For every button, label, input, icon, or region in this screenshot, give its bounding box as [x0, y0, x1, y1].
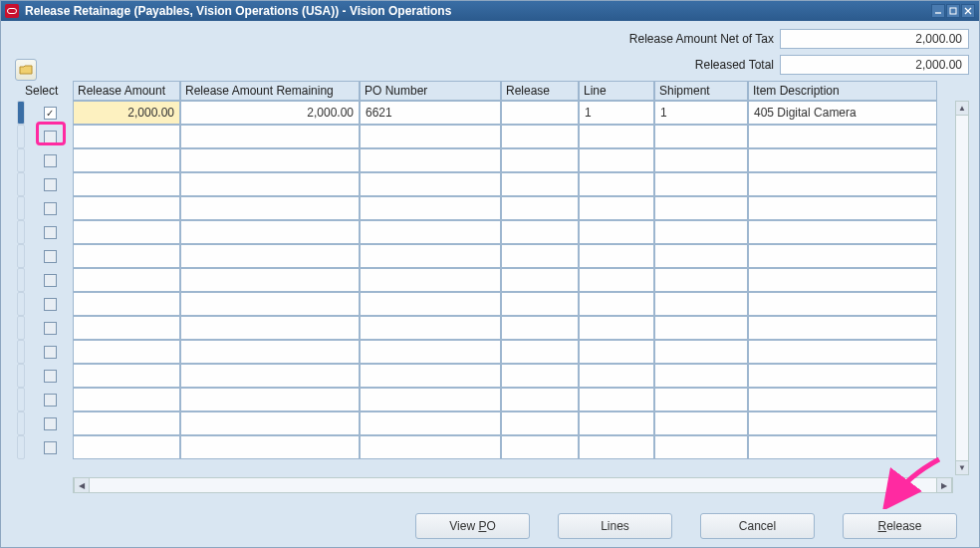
row-marker[interactable] — [17, 411, 25, 435]
select-checkbox[interactable] — [44, 370, 57, 383]
table-cell[interactable] — [579, 148, 654, 172]
table-cell[interactable] — [180, 364, 360, 388]
select-checkbox[interactable]: ✓ — [44, 107, 57, 120]
col-header-po-number[interactable]: PO Number — [360, 81, 501, 101]
table-cell[interactable] — [501, 148, 579, 172]
vertical-scrollbar[interactable]: ▲ ▼ — [955, 101, 969, 475]
table-cell[interactable] — [579, 364, 654, 388]
table-cell[interactable] — [654, 388, 748, 411]
row-marker[interactable] — [17, 268, 25, 292]
table-cell[interactable] — [180, 268, 360, 292]
table-cell[interactable] — [501, 435, 579, 459]
table-cell[interactable] — [180, 220, 360, 244]
table-cell[interactable] — [748, 220, 937, 244]
col-header-release[interactable]: Release — [501, 81, 579, 101]
table-cell[interactable] — [748, 388, 937, 411]
col-header-description[interactable]: Item Description — [748, 81, 937, 101]
table-cell[interactable] — [73, 125, 180, 148]
table-cell[interactable] — [654, 435, 748, 459]
table-cell[interactable] — [73, 292, 180, 316]
scroll-right-icon[interactable]: ▶ — [936, 478, 952, 492]
row-marker[interactable] — [17, 172, 25, 196]
table-cell[interactable] — [501, 292, 579, 316]
row-marker[interactable] — [17, 101, 25, 125]
table-cell[interactable] — [748, 172, 937, 196]
table-cell[interactable] — [360, 244, 501, 268]
table-cell[interactable] — [180, 316, 360, 340]
table-cell[interactable] — [579, 435, 654, 459]
table-cell[interactable] — [360, 196, 501, 220]
table-cell[interactable] — [654, 411, 748, 435]
table-cell[interactable]: 6621 — [360, 101, 501, 125]
table-cell[interactable] — [73, 268, 180, 292]
col-header-shipment[interactable]: Shipment — [654, 81, 748, 101]
scroll-left-icon[interactable]: ◀ — [74, 478, 90, 492]
close-button[interactable] — [961, 4, 975, 18]
select-checkbox[interactable] — [44, 202, 57, 215]
select-checkbox[interactable] — [44, 346, 57, 359]
table-cell[interactable] — [73, 388, 180, 411]
table-cell[interactable] — [748, 435, 937, 459]
horizontal-scrollbar[interactable]: ◀ ▶ — [73, 477, 953, 493]
table-cell[interactable]: 1 — [579, 101, 654, 125]
lines-button[interactable]: Lines — [558, 513, 672, 539]
table-cell[interactable] — [73, 172, 180, 196]
table-cell[interactable] — [501, 220, 579, 244]
table-cell[interactable] — [579, 411, 654, 435]
table-cell[interactable] — [73, 435, 180, 459]
table-cell[interactable] — [180, 196, 360, 220]
table-cell[interactable] — [748, 340, 937, 364]
row-marker[interactable] — [17, 196, 25, 220]
row-marker[interactable] — [17, 435, 25, 459]
table-cell[interactable] — [501, 244, 579, 268]
table-cell[interactable] — [501, 196, 579, 220]
select-checkbox[interactable] — [44, 441, 57, 454]
select-checkbox[interactable] — [44, 417, 57, 430]
table-cell[interactable] — [180, 435, 360, 459]
table-cell[interactable] — [654, 364, 748, 388]
col-header-release-amount[interactable]: Release Amount — [73, 81, 180, 101]
table-cell[interactable] — [579, 172, 654, 196]
table-cell[interactable] — [73, 148, 180, 172]
table-cell[interactable] — [180, 388, 360, 411]
table-cell[interactable] — [579, 196, 654, 220]
table-cell[interactable] — [360, 388, 501, 411]
table-cell[interactable] — [748, 268, 937, 292]
row-marker[interactable] — [17, 316, 25, 340]
table-cell[interactable] — [579, 388, 654, 411]
table-cell[interactable] — [579, 340, 654, 364]
table-cell[interactable] — [654, 268, 748, 292]
table-cell[interactable] — [579, 125, 654, 148]
table-cell[interactable] — [748, 411, 937, 435]
table-cell[interactable] — [748, 196, 937, 220]
row-marker[interactable] — [17, 125, 25, 148]
table-cell[interactable] — [579, 292, 654, 316]
table-cell[interactable] — [360, 148, 501, 172]
table-cell[interactable] — [654, 220, 748, 244]
table-cell[interactable] — [360, 268, 501, 292]
table-cell[interactable] — [360, 411, 501, 435]
table-cell[interactable] — [73, 220, 180, 244]
table-cell[interactable] — [360, 316, 501, 340]
table-cell[interactable]: 405 Digital Camera — [748, 101, 937, 125]
table-cell[interactable] — [73, 340, 180, 364]
table-cell[interactable] — [748, 364, 937, 388]
table-cell[interactable] — [654, 244, 748, 268]
table-cell[interactable] — [579, 316, 654, 340]
table-cell[interactable] — [654, 196, 748, 220]
table-cell[interactable] — [748, 292, 937, 316]
table-cell[interactable] — [501, 172, 579, 196]
select-checkbox[interactable] — [44, 394, 57, 407]
minimize-button[interactable] — [931, 4, 945, 18]
table-cell[interactable] — [654, 316, 748, 340]
released-total-field[interactable]: 2,000.00 — [780, 55, 969, 75]
select-checkbox[interactable] — [44, 154, 57, 167]
row-marker[interactable] — [17, 388, 25, 411]
table-cell[interactable] — [360, 364, 501, 388]
table-cell[interactable] — [501, 411, 579, 435]
table-cell[interactable] — [654, 292, 748, 316]
row-marker[interactable] — [17, 148, 25, 172]
table-cell[interactable] — [748, 244, 937, 268]
table-cell[interactable] — [579, 244, 654, 268]
release-button[interactable]: Release — [843, 513, 957, 539]
